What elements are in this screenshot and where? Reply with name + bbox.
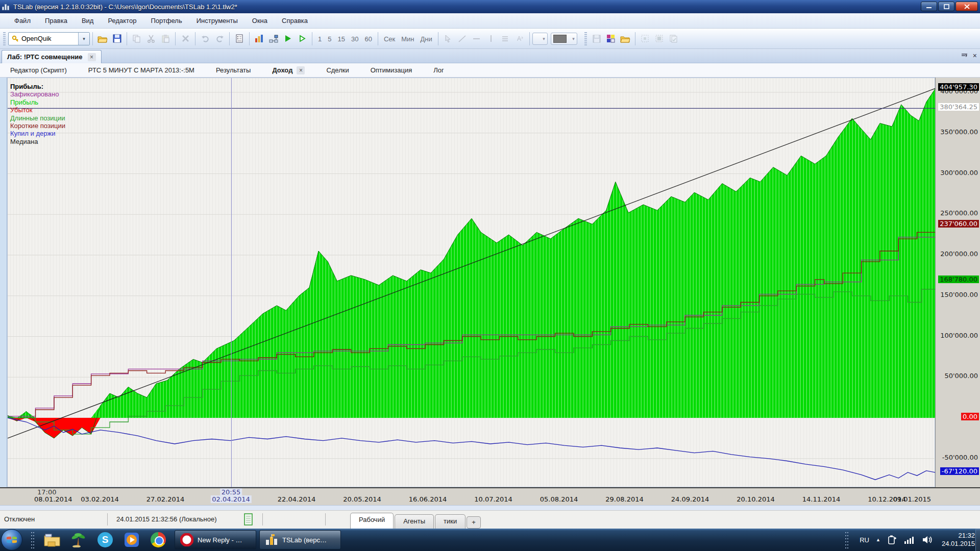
tray-time: 21:32: [958, 532, 975, 539]
timeframe-button[interactable]: 5: [325, 34, 334, 44]
save-button[interactable]: [110, 32, 124, 46]
close-pane-icon[interactable]: ×: [973, 52, 977, 60]
copy-button[interactable]: [130, 32, 144, 46]
x-axis[interactable]: 08.01.201417:0003.02.201427.02.201402.04…: [0, 487, 980, 505]
menu-item[interactable]: Редактор: [101, 15, 143, 27]
x-axis-date-label: 20.05.2014: [343, 495, 381, 503]
tab-close-icon[interactable]: ×: [297, 66, 305, 74]
volume-icon[interactable]: [922, 535, 933, 544]
run-agent-button[interactable]: [295, 32, 309, 46]
menu-item[interactable]: Справка: [275, 15, 315, 27]
workspace-tab[interactable]: тики: [435, 514, 465, 529]
toolbar-grip[interactable]: [3, 32, 6, 45]
timeframe-unit-button[interactable]: Мин: [398, 34, 417, 44]
workspace-tab[interactable]: Агенты: [395, 514, 434, 529]
delete-button[interactable]: [178, 32, 192, 46]
menu-item[interactable]: Вид: [75, 15, 101, 27]
apply-selection-button[interactable]: [667, 32, 681, 46]
open-workspace-button[interactable]: [618, 32, 632, 46]
tab-item[interactable]: Сделки: [326, 66, 349, 74]
start-button[interactable]: [1, 529, 22, 550]
lab-tab[interactable]: Лаб: !РТС совмещение ×: [2, 50, 102, 63]
timeframe-button[interactable]: 30: [348, 34, 361, 44]
chrome-icon[interactable]: [150, 531, 167, 548]
toolbar-grip[interactable]: [584, 32, 587, 45]
network-signal-icon[interactable]: [904, 535, 915, 544]
panels-button[interactable]: [604, 32, 618, 46]
script-properties-button[interactable]: [232, 32, 247, 46]
taskbar-window-opera[interactable]: New Reply - …: [175, 530, 256, 549]
run-script-button[interactable]: [281, 32, 295, 46]
taskbar-handle[interactable]: [31, 531, 35, 548]
legend-item: Купил и держи: [10, 130, 65, 137]
window-position-icon[interactable]: [961, 53, 968, 59]
cut-button[interactable]: [144, 32, 158, 46]
timeframe-unit-button[interactable]: Сек: [381, 34, 398, 44]
connection-selector[interactable]: OpenQuik ▾: [8, 32, 90, 45]
chrome-logo: [151, 532, 166, 547]
loss-area: [8, 418, 138, 438]
menu-item[interactable]: Инструменты: [189, 15, 245, 27]
timeframe-unit-button[interactable]: Дни: [417, 34, 435, 44]
timeframe-button[interactable]: 1: [315, 34, 325, 44]
timeframe-button[interactable]: 15: [334, 34, 348, 44]
tab-item[interactable]: Лог: [433, 66, 444, 74]
select-region-button[interactable]: [638, 32, 652, 46]
maximize-button[interactable]: [938, 2, 954, 11]
explorer-icon[interactable]: [43, 531, 61, 548]
y-axis[interactable]: 404'957.30400'000.00380'364.25350'000.00…: [935, 78, 980, 505]
skype-icon[interactable]: S: [96, 531, 114, 548]
journal-icon[interactable]: [244, 513, 253, 525]
bar-chart-icon: [255, 34, 264, 43]
tray-handle[interactable]: [845, 531, 849, 548]
tray-expand-icon[interactable]: ▲: [876, 537, 880, 542]
palm-tree-icon[interactable]: [70, 531, 87, 548]
menu-item[interactable]: Файл: [7, 15, 38, 27]
pointer-tool-button[interactable]: [441, 32, 455, 46]
clock[interactable]: 21:32 24.01.2015: [942, 532, 975, 548]
x-axis-date-label: 08.01.2014: [34, 495, 72, 503]
close-button[interactable]: [955, 2, 978, 11]
color-picker-dropdown[interactable]: ▾: [551, 33, 577, 45]
chart-button[interactable]: [252, 32, 266, 46]
tab-item[interactable]: Результаты: [216, 66, 251, 74]
chevron-down-icon: ▾: [572, 36, 575, 41]
trendline-tool-button[interactable]: [455, 32, 470, 46]
chevron-down-icon[interactable]: ▾: [78, 33, 89, 45]
axis-value-badge: 0.00: [961, 413, 979, 420]
tab-item[interactable]: Редактор (Скрипт): [10, 66, 67, 74]
legend-item: Убыток: [10, 106, 65, 114]
menu-item[interactable]: Портфель: [143, 15, 189, 27]
language-indicator[interactable]: RU: [860, 536, 869, 544]
chart-plot[interactable]: [7, 78, 935, 487]
menu-item[interactable]: Правка: [38, 15, 75, 27]
add-workspace-tab-button[interactable]: +: [467, 516, 481, 529]
power-plug-icon[interactable]: [887, 535, 897, 545]
script-icon: [236, 34, 243, 43]
lab-tab-close-icon[interactable]: ×: [88, 53, 96, 61]
save-workspace-button[interactable]: [590, 32, 604, 46]
show-desktop-button[interactable]: [975, 529, 980, 551]
taskbar-window-tslab[interactable]: TSLab (верс…: [259, 530, 341, 549]
workspace-layout-button[interactable]: [266, 32, 281, 46]
redo-button[interactable]: [212, 32, 227, 46]
tab-active[interactable]: Доход×: [272, 66, 305, 74]
levels-tool-button[interactable]: [498, 32, 512, 46]
open-file-button[interactable]: [95, 32, 110, 46]
minimize-button[interactable]: [921, 2, 937, 11]
timeframe-button[interactable]: 60: [361, 34, 375, 44]
hline-tool-button[interactable]: [470, 32, 484, 46]
vline-tool-button[interactable]: [484, 32, 498, 46]
media-player-icon[interactable]: [123, 531, 140, 548]
workspace-tab[interactable]: Рабочий: [350, 513, 394, 529]
undo-button[interactable]: [198, 32, 212, 46]
tab-item[interactable]: РТС 5 МИНУТ С МАРТА 2013:-:5М: [88, 66, 194, 74]
tool-options-dropdown[interactable]: ▾: [532, 33, 548, 45]
text-tool-button[interactable]: A: [512, 32, 527, 46]
paste-button[interactable]: [158, 32, 173, 46]
menu-item[interactable]: Окна: [245, 15, 275, 27]
timeframe-unit-group: СекМинДни: [381, 34, 435, 43]
select-all-button[interactable]: [652, 32, 667, 46]
tab-item[interactable]: Оптимизация: [371, 66, 412, 74]
letter-a-icon: A: [516, 35, 524, 42]
